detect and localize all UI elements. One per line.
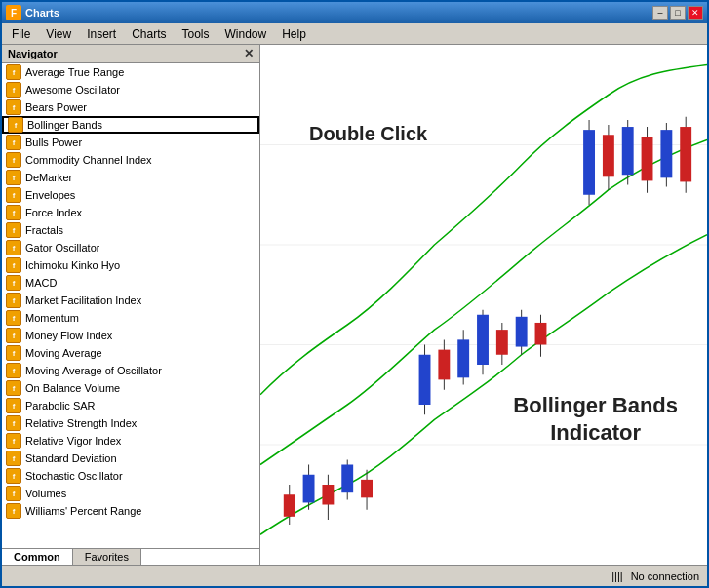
svg-rect-17	[438, 350, 450, 380]
nav-item[interactable]: fRelative Vigor Index	[2, 432, 259, 450]
indicator-label: Bulls Power	[25, 137, 82, 148]
indicator-icon: f	[6, 135, 21, 150]
tab-favorites[interactable]: Favorites	[73, 549, 141, 565]
indicator-icon: f	[6, 486, 21, 501]
menu-insert[interactable]: Insert	[79, 25, 124, 43]
navigator-header: Navigator ✕	[2, 45, 259, 63]
nav-item[interactable]: fIchimoku Kinko Hyo	[2, 256, 259, 274]
indicator-label: Standard Deviation	[25, 452, 117, 464]
indicator-label: On Balance Volume	[25, 382, 120, 394]
indicator-icon: f	[6, 345, 21, 361]
nav-item[interactable]: fMoney Flow Index	[2, 327, 259, 344]
app-icon: F	[6, 5, 21, 20]
nav-item[interactable]: fAverage True Range	[2, 63, 259, 81]
indicator-label: Gator Oscillator	[25, 242, 99, 254]
menu-window[interactable]: Window	[217, 25, 275, 43]
nav-item[interactable]: fStandard Deviation	[2, 450, 259, 467]
nav-item[interactable]: fMoving Average of Oscillator	[2, 362, 259, 379]
indicator-icon: f	[6, 451, 21, 466]
nav-item[interactable]: fFractals	[2, 221, 259, 239]
navigator-close-button[interactable]: ✕	[244, 47, 254, 60]
main-area: Navigator ✕ fAverage True RangefAwesome …	[2, 45, 707, 565]
nav-item[interactable]: fMACD	[2, 274, 259, 292]
indicator-icon: f	[8, 117, 23, 133]
indicator-label: Average True Range	[25, 66, 124, 78]
nav-item[interactable]: fDeMarker	[2, 169, 259, 186]
indicator-icon: f	[6, 380, 21, 396]
nav-item[interactable]: fForce Index	[2, 204, 259, 221]
menu-tools[interactable]: Tools	[175, 25, 217, 43]
menu-view[interactable]: View	[38, 25, 79, 43]
indicator-icon: f	[6, 415, 21, 431]
indicator-label: Awesome Oscillator	[25, 84, 120, 96]
nav-item[interactable]: fStochastic Oscillator	[2, 467, 259, 485]
nav-item[interactable]: fParabolic SAR	[2, 397, 259, 414]
navigator-panel: Navigator ✕ fAverage True RangefAwesome …	[2, 45, 260, 565]
indicator-icon: f	[6, 222, 21, 238]
svg-rect-19	[457, 339, 469, 377]
close-button[interactable]: ✕	[688, 6, 703, 20]
indicator-label: Williams' Percent Range	[25, 505, 141, 517]
menu-help[interactable]: Help	[274, 25, 314, 43]
indicator-icon: f	[6, 468, 21, 484]
title-bar-left: F Charts	[6, 5, 59, 20]
indicator-label: Market Facilitation Index	[25, 294, 141, 306]
maximize-button[interactable]: □	[670, 6, 686, 20]
navigator-list[interactable]: fAverage True RangefAwesome OscillatorfB…	[2, 63, 259, 548]
svg-rect-25	[516, 317, 528, 347]
menu-file[interactable]: File	[4, 25, 38, 43]
indicator-label: Relative Strength Index	[25, 417, 137, 429]
nav-item[interactable]: fWilliams' Percent Range	[2, 502, 259, 520]
indicator-label: Force Index	[25, 207, 82, 218]
svg-rect-23	[496, 330, 508, 355]
indicator-label: Envelopes	[25, 189, 75, 201]
nav-item[interactable]: fGator Oscillator	[2, 239, 259, 256]
svg-rect-37	[660, 130, 672, 177]
indicator-label: Relative Vigor Index	[25, 435, 121, 447]
connection-status: No connection	[631, 570, 699, 582]
svg-rect-9	[322, 485, 334, 505]
svg-rect-15	[419, 355, 431, 405]
indicator-label: Bears Power	[25, 101, 87, 113]
tab-common[interactable]: Common	[2, 549, 73, 565]
indicator-icon: f	[6, 328, 21, 343]
nav-item[interactable]: fAwesome Oscillator	[2, 81, 259, 98]
bars-icon: ||||	[611, 570, 622, 582]
indicator-icon: f	[6, 82, 21, 98]
nav-item[interactable]: fBears Power	[2, 98, 259, 116]
nav-item[interactable]: fMomentum	[2, 309, 259, 327]
nav-item[interactable]: fVolumes	[2, 485, 259, 502]
nav-item[interactable]: fEnvelopes	[2, 186, 259, 204]
indicator-label: Momentum	[25, 312, 79, 324]
indicator-label: Moving Average of Oscillator	[25, 365, 162, 376]
menu-charts[interactable]: Charts	[124, 25, 174, 43]
navigator-title: Navigator	[8, 48, 58, 59]
main-window: F Charts – □ ✕ File View Insert Charts T…	[0, 0, 709, 588]
nav-item[interactable]: fMarket Facilitation Index	[2, 292, 259, 309]
svg-rect-13	[361, 480, 373, 497]
svg-rect-7	[303, 475, 315, 503]
indicator-label: Money Flow Index	[25, 330, 112, 341]
nav-item[interactable]: fRelative Strength Index	[2, 414, 259, 432]
chart-background: Double Click Bollinger BandsIndicator	[260, 45, 707, 565]
svg-rect-35	[642, 137, 653, 180]
menu-bar: File View Insert Charts Tools Window Hel…	[2, 23, 707, 45]
indicator-label: Fractals	[25, 224, 63, 236]
svg-rect-39	[680, 127, 691, 181]
nav-item[interactable]: fCommodity Channel Index	[2, 151, 259, 169]
title-text: Charts	[25, 7, 59, 19]
indicator-icon: f	[6, 240, 21, 255]
indicator-icon: f	[6, 99, 21, 115]
minimize-button[interactable]: –	[652, 6, 668, 20]
nav-item[interactable]: fOn Balance Volume	[2, 379, 259, 397]
indicator-icon: f	[6, 64, 21, 80]
indicator-icon: f	[6, 363, 21, 378]
svg-rect-11	[341, 465, 353, 493]
indicator-label: Ichimoku Kinko Hyo	[25, 259, 120, 271]
indicator-label: DeMarker	[25, 172, 72, 183]
nav-item[interactable]: fBollinger Bands	[2, 116, 259, 134]
indicator-icon: f	[6, 503, 21, 519]
status-bar: |||| No connection	[2, 565, 707, 586]
nav-item[interactable]: fBulls Power	[2, 134, 259, 151]
nav-item[interactable]: fMoving Average	[2, 344, 259, 362]
